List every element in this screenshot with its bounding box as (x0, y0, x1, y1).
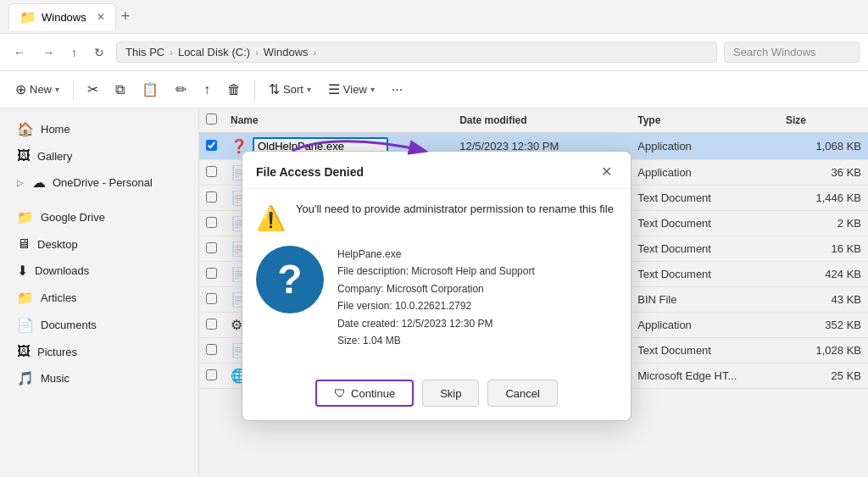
sidebar-item-pictures[interactable]: 🖼 Pictures (3, 339, 195, 364)
view-icon: ☰ (328, 81, 340, 97)
address-bar: ← → ↑ ↻ This PC › Local Disk (C:) › Wind… (0, 34, 868, 71)
sidebar-item-desktop[interactable]: 🖥 Desktop (3, 231, 195, 257)
gallery-icon: 🖼 (17, 148, 31, 164)
sidebar-home-label: Home (41, 123, 70, 136)
sort-label: Sort (283, 83, 303, 96)
sidebar-pictures-label: Pictures (37, 346, 77, 358)
warning-text: You'll need to provide administrator per… (296, 202, 614, 215)
path-sep-1: › (170, 47, 173, 58)
sidebar-desktop-label: Desktop (37, 238, 78, 251)
continue-label: Continue (351, 387, 395, 400)
dialog-body: ⚠️ You'll need to provide administrator … (242, 189, 631, 380)
window-tab[interactable]: 📁 Windows ✕ (8, 3, 116, 31)
sidebar-item-onedrive[interactable]: ▷ ☁ OneDrive - Personal (3, 169, 195, 196)
new-button[interactable]: ⊕ New ▾ (8, 77, 66, 102)
share-icon: ↑ (203, 82, 210, 97)
music-icon: 🎵 (17, 370, 34, 386)
sort-button[interactable]: ⇅ Sort ▾ (262, 77, 318, 102)
sidebar-item-gallery[interactable]: 🖼 Gallery (3, 143, 195, 169)
path-localdisk: Local Disk (C:) (178, 46, 250, 58)
onedrive-icon: ☁ (32, 175, 46, 191)
path-thispc: This PC (125, 46, 164, 58)
question-mark: ? (277, 259, 302, 300)
skip-button[interactable]: Skip (422, 380, 479, 407)
toolbar-separator-1 (73, 80, 74, 100)
dialog-close-button[interactable]: ✕ (596, 162, 617, 181)
new-label: New (30, 83, 52, 96)
view-button[interactable]: ☰ View ▾ (321, 77, 381, 102)
documents-icon: 📄 (17, 317, 34, 333)
desktop-icon: 🖥 (17, 236, 31, 252)
view-chevron: ▾ (370, 85, 375, 94)
sidebar-gap-1 (0, 197, 198, 203)
info-filename: HelpPane.exe (337, 246, 535, 263)
googledrive-icon: 📁 (17, 209, 34, 225)
cut-button[interactable]: ✂ (81, 77, 105, 102)
sidebar-item-downloads[interactable]: ⬇ Downloads (3, 258, 195, 284)
main-area: 🏠 Home 🖼 Gallery ▷ ☁ OneDrive - Personal… (0, 108, 868, 477)
dialog-warning: ⚠️ You'll need to provide administrator … (256, 202, 617, 232)
sidebar-articles-label: Articles (41, 291, 77, 304)
view-label: View (343, 83, 367, 96)
warning-icon: ⚠️ (256, 204, 286, 232)
new-icon: ⊕ (15, 81, 26, 97)
tab-label: Windows (42, 11, 86, 24)
articles-icon: 📁 (17, 290, 34, 306)
info-size: Size: 1.04 MB (337, 332, 535, 349)
refresh-button[interactable]: ↻ (89, 42, 109, 63)
dialog-title: File Access Denied (256, 165, 364, 179)
sidebar: 🏠 Home 🖼 Gallery ▷ ☁ OneDrive - Personal… (0, 108, 199, 477)
new-tab-button[interactable]: + (121, 8, 131, 25)
copy-button[interactable]: ⧉ (108, 78, 131, 102)
info-description: File description: Microsoft Help and Sup… (337, 263, 535, 280)
sidebar-gallery-label: Gallery (37, 150, 72, 163)
cancel-button[interactable]: Cancel (487, 380, 557, 407)
sidebar-music-label: Music (41, 372, 70, 385)
sidebar-googledrive-label: Google Drive (41, 211, 105, 224)
downloads-icon: ⬇ (17, 263, 28, 279)
back-button[interactable]: ← (8, 42, 31, 63)
continue-button[interactable]: 🛡 Continue (315, 380, 414, 407)
new-chevron: ▾ (55, 85, 59, 94)
onedrive-expand-icon: ▷ (17, 178, 24, 187)
sidebar-item-home[interactable]: 🏠 Home (3, 116, 195, 142)
share-button[interactable]: ↑ (197, 78, 217, 102)
sidebar-item-googledrive[interactable]: 📁 Google Drive (3, 204, 195, 230)
rename-button[interactable]: ✏ (169, 77, 193, 102)
path-sep-3: › (314, 47, 317, 58)
address-path[interactable]: This PC › Local Disk (C:) › Windows › (116, 42, 717, 63)
info-version: File version: 10.0.22621.2792 (337, 297, 535, 314)
sidebar-documents-label: Documents (41, 319, 97, 331)
more-button[interactable]: ··· (385, 78, 409, 102)
forward-button[interactable]: → (37, 42, 59, 63)
sidebar-item-documents[interactable]: 📄 Documents (3, 312, 195, 338)
sidebar-downloads-label: Downloads (35, 264, 89, 277)
sidebar-item-articles[interactable]: 📁 Articles (3, 285, 195, 311)
file-area: Name Date modified Type Size ❓ (199, 108, 868, 477)
skip-label: Skip (440, 387, 461, 400)
delete-icon: 🗑 (227, 82, 241, 97)
paste-button[interactable]: 📋 (135, 77, 165, 102)
sidebar-onedrive-label: OneDrive - Personal (53, 176, 153, 189)
delete-button[interactable]: 🗑 (220, 78, 248, 102)
continue-shield-icon: 🛡 (334, 386, 346, 400)
cut-icon: ✂ (87, 81, 98, 97)
tab-close-button[interactable]: ✕ (97, 11, 105, 23)
search-box[interactable]: Search Windows (724, 42, 860, 63)
dialog-content: ? HelpPane.exe File description: Microso… (256, 246, 617, 349)
copy-icon: ⧉ (115, 82, 125, 97)
folder-icon: 📁 (19, 9, 36, 25)
sidebar-item-music[interactable]: 🎵 Music (3, 365, 195, 391)
toolbar-separator-2 (254, 80, 255, 100)
info-company: Company: Microsoft Corporation (337, 280, 535, 297)
question-circle-icon: ? (256, 246, 324, 313)
toolbar: ⊕ New ▾ ✂ ⧉ 📋 ✏ ↑ 🗑 ⇅ Sort ▾ ☰ View ▾ ··… (0, 71, 868, 108)
sort-chevron: ▾ (307, 85, 311, 94)
dialog-footer: 🛡 Continue Skip Cancel (242, 380, 631, 420)
path-windows: Windows (264, 46, 309, 58)
cancel-label: Cancel (505, 387, 539, 400)
up-button[interactable]: ↑ (66, 42, 82, 63)
file-access-denied-dialog: File Access Denied ✕ ⚠️ You'll need to p… (242, 151, 632, 421)
title-bar: 📁 Windows ✕ + (0, 0, 868, 34)
pictures-icon: 🖼 (17, 344, 31, 359)
